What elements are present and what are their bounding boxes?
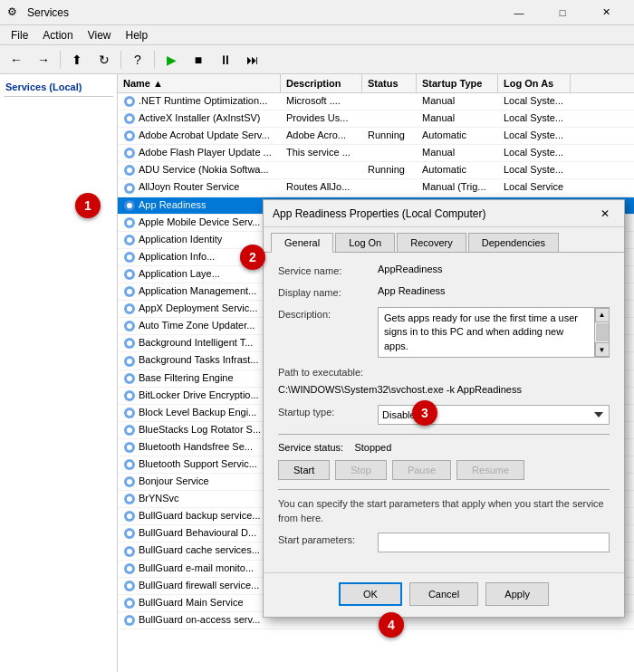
up-button[interactable]: ⬆ [64, 48, 90, 72]
service-control-buttons: Start Stop Pause Resume [278, 460, 610, 480]
svg-point-15 [127, 220, 132, 226]
cell-name: Block Level Backup Engi... [118, 405, 281, 421]
cell-name: BrYNSvc [118, 491, 281, 507]
stop-toolbar-button[interactable]: ■ [186, 48, 211, 72]
table-row[interactable]: AllJoyn Router Service Routes AllJo... M… [118, 179, 634, 197]
header-startup: Startup Type [417, 74, 498, 92]
menu-help[interactable]: Help [119, 27, 156, 43]
cell-desc [281, 162, 362, 178]
cell-name: BullGuard firewall service... [118, 578, 281, 594]
table-row[interactable]: .NET Runtime Optimization... Microsoft .… [118, 93, 634, 110]
pause-button[interactable]: Pause [392, 460, 451, 480]
cell-logon: Local Syste... [498, 110, 571, 127]
cell-desc: Routes AllJo... [281, 179, 362, 196]
service-name-value: AppReadiness [378, 264, 610, 274]
minimize-button[interactable]: — [498, 0, 540, 25]
svg-point-51 [127, 531, 132, 536]
table-row[interactable]: ActiveX Installer (AxInstSV) Provides Us… [118, 110, 634, 128]
cell-name: Base Filtering Engine [118, 370, 281, 387]
cell-desc: This service ... [281, 145, 362, 161]
dialog-tabs: General Log On Recovery Dependencies [264, 227, 624, 253]
description-value: Gets apps ready for use the first time a… [378, 307, 610, 358]
sep-2 [120, 51, 121, 69]
ok-button[interactable]: OK [339, 582, 402, 606]
menu-bar: File Action View Help [0, 25, 634, 45]
separator-2 [278, 489, 610, 490]
menu-view[interactable]: View [81, 27, 119, 43]
left-panel: Services (Local) [0, 74, 118, 672]
description-scrollbar[interactable]: ▲ ▼ [594, 308, 609, 357]
scroll-up[interactable]: ▲ [595, 308, 610, 322]
tab-general[interactable]: General [271, 233, 333, 253]
stop-button[interactable]: Stop [335, 460, 387, 480]
svg-point-37 [127, 410, 132, 416]
pause-toolbar-button[interactable]: ⏸ [213, 48, 238, 72]
cell-name: Adobe Acrobat Update Serv... [118, 128, 281, 144]
scroll-down[interactable]: ▼ [595, 342, 610, 357]
svg-point-13 [127, 203, 132, 208]
cell-name: .NET Runtime Optimization... [118, 93, 281, 110]
list-header: Name ▲ Description Status Startup Type L… [118, 74, 634, 93]
svg-point-9 [127, 168, 132, 173]
cell-status [362, 145, 417, 161]
svg-point-57 [127, 583, 132, 589]
cell-startup: Manual [417, 93, 498, 110]
start-params-input[interactable] [378, 533, 610, 552]
help-toolbar-button[interactable]: ? [125, 48, 150, 72]
back-button[interactable]: ← [4, 48, 29, 72]
svg-point-43 [127, 462, 132, 467]
maximize-button[interactable]: □ [542, 0, 583, 25]
svg-point-29 [127, 341, 132, 346]
toolbar: ← → ⬆ ↻ ? ▶ ■ ⏸ ⏭ [0, 45, 634, 74]
dialog-close-button[interactable]: ✕ [595, 204, 615, 224]
table-row[interactable]: Adobe Flash Player Update ... This servi… [118, 145, 634, 162]
play-button[interactable]: ▶ [158, 48, 184, 72]
cell-status [362, 179, 417, 196]
close-button[interactable]: ✕ [585, 0, 627, 25]
properties-dialog: App Readiness Properties (Local Computer… [263, 199, 625, 618]
cell-startup: Manual (Trig... [417, 179, 498, 196]
start-button[interactable]: Start [278, 460, 330, 480]
restart-button[interactable]: ⏭ [240, 48, 265, 72]
table-row[interactable]: Adobe Acrobat Update Serv... Adobe Acro.… [118, 128, 634, 145]
title-bar: ⚙ Services — □ ✕ [0, 0, 634, 25]
svg-point-33 [127, 376, 132, 381]
tab-logon[interactable]: Log On [335, 233, 395, 252]
header-logon: Log On As [498, 74, 571, 92]
cell-name: Auto Time Zone Updater... [118, 318, 281, 334]
forward-button[interactable]: → [31, 48, 56, 72]
cell-name: BullGuard Behavioural D... [118, 525, 281, 542]
menu-file[interactable]: File [4, 27, 35, 43]
display-name-label: Display name: [278, 285, 378, 298]
annotation-4: 4 [379, 612, 404, 638]
app-icon: ⚙ [7, 5, 22, 20]
annotation-2: 2 [240, 245, 265, 270]
cell-logon: Local Syste... [498, 162, 571, 178]
cell-name: Bluetooth Support Servic... [118, 456, 281, 473]
cell-name: BullGuard on-access serv... [118, 612, 281, 629]
service-status-row: Service status: Stopped [278, 442, 610, 453]
menu-action[interactable]: Action [35, 27, 80, 43]
window-controls: — □ ✕ [498, 0, 627, 25]
cell-name: BullGuard cache services... [118, 542, 281, 559]
resume-button[interactable]: Resume [456, 460, 524, 480]
display-name-row: Display name: App Readiness [278, 285, 610, 298]
cell-startup: Automatic [417, 162, 498, 178]
dialog-content: Service name: AppReadiness Display name:… [264, 253, 624, 572]
cell-name: Bonjour Service [118, 474, 281, 490]
left-panel-title: Services (Local) [4, 78, 113, 97]
cell-name: BlueStacks Log Rotator S... [118, 422, 281, 438]
svg-point-3 [127, 116, 132, 121]
startup-row: Startup type: Disabled Manual Automatic … [278, 405, 610, 425]
tab-recovery[interactable]: Recovery [397, 233, 466, 252]
cell-startup: Manual [417, 110, 498, 127]
apply-button[interactable]: Apply [485, 582, 549, 606]
table-row[interactable]: ADU Service (Nokia Softwa... Running Aut… [118, 162, 634, 179]
svg-point-11 [127, 186, 132, 191]
path-value: C:\WINDOWS\System32\svchost.exe -k AppRe… [278, 384, 522, 395]
refresh-button[interactable]: ↻ [91, 48, 117, 72]
tab-dependencies[interactable]: Dependencies [468, 233, 559, 252]
svg-point-49 [127, 514, 132, 519]
annotation-3: 3 [412, 400, 437, 426]
cancel-button[interactable]: Cancel [409, 582, 478, 606]
